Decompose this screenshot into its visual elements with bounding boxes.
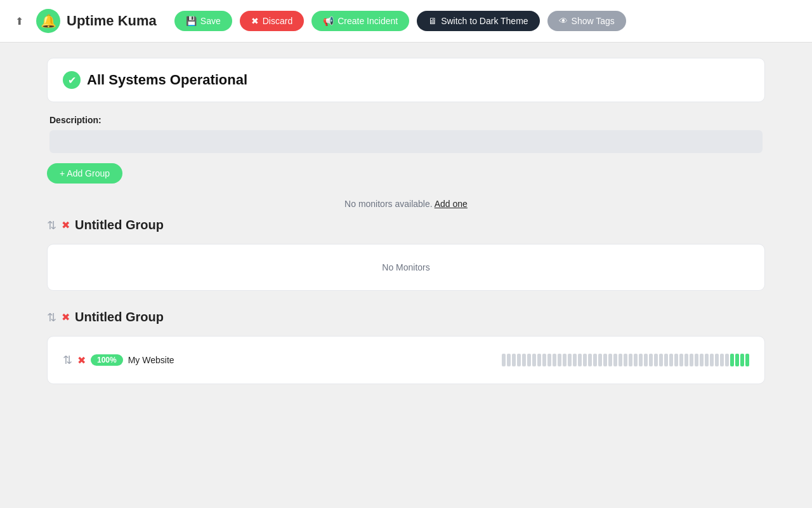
group-2-header: ⇅ ✖ Untitled Group [47, 304, 765, 331]
save-button[interactable]: 💾 Save [174, 11, 232, 31]
add-group-button[interactable]: + Add Group [47, 163, 122, 184]
bar [558, 354, 561, 366]
group-1-name: Untitled Group [75, 218, 164, 232]
status-card: ✔ All Systems Operational [47, 58, 765, 102]
bar [512, 354, 516, 366]
bar [598, 354, 602, 366]
top-bar: ⬆ 🔔 Uptime Kuma 💾 Save ✖ Discard 📢 Creat… [0, 0, 812, 43]
dark-theme-button[interactable]: 🖥 Switch to Dark Theme [417, 11, 539, 31]
app-title: Uptime Kuma [67, 13, 157, 29]
delete-icon-group-2[interactable]: ✖ [62, 311, 70, 323]
monitor-name: My Website [128, 355, 174, 365]
group-2-box: ⇅ ✖ 100% My Website [47, 336, 765, 384]
show-tags-button[interactable]: 👁 Show Tags [547, 11, 626, 31]
bar [568, 354, 572, 366]
bar [578, 354, 582, 366]
group-1-no-monitors: No Monitors [63, 257, 749, 277]
bar [669, 354, 673, 366]
uptime-bars [502, 354, 749, 366]
description-section: Description: [47, 115, 765, 153]
status-title: All Systems Operational [87, 72, 247, 88]
megaphone-icon: 📢 [323, 16, 334, 26]
bar [715, 354, 719, 366]
bar [542, 354, 546, 366]
bar [644, 354, 648, 366]
create-incident-button[interactable]: 📢 Create Incident [311, 11, 409, 31]
bar [588, 354, 592, 366]
uptime-badge: 100% [91, 354, 123, 366]
group-1-box: No Monitors [47, 244, 765, 291]
bar-green [745, 354, 749, 366]
bar [573, 354, 577, 366]
drag-icon-monitor[interactable]: ⇅ [63, 353, 72, 367]
bar [649, 354, 653, 366]
bar [720, 354, 724, 366]
discard-icon: ✖ [251, 16, 259, 26]
bar [690, 354, 693, 366]
add-one-link[interactable]: Add one [435, 199, 468, 209]
bar [527, 354, 531, 366]
description-label: Description: [49, 115, 763, 125]
bar [563, 354, 566, 366]
group-2-name: Untitled Group [75, 310, 164, 324]
bar [593, 354, 597, 366]
no-monitors-available: No monitors available. Add one [47, 194, 765, 211]
drag-icon-group-1[interactable]: ⇅ [47, 218, 56, 232]
status-header: ✔ All Systems Operational [63, 71, 749, 89]
delete-icon-group-1[interactable]: ✖ [62, 219, 70, 231]
bar [639, 354, 643, 366]
monitor-row: ⇅ ✖ 100% My Website [63, 349, 749, 371]
bar [537, 354, 541, 366]
bar [553, 354, 556, 366]
bar [629, 354, 632, 366]
bar [603, 354, 607, 366]
group-1: ⇅ ✖ Untitled Group No Monitors [47, 211, 765, 291]
bar [502, 354, 506, 366]
bar [700, 354, 704, 366]
group-2: ⇅ ✖ Untitled Group ⇅ ✖ 100% My Website [47, 304, 765, 384]
bar [507, 354, 511, 366]
bar [547, 354, 551, 366]
bar [674, 354, 678, 366]
save-icon: 💾 [186, 16, 197, 26]
bar [608, 354, 612, 366]
bar [664, 354, 668, 366]
bar [624, 354, 627, 366]
logo-area: 🔔 Uptime Kuma [36, 9, 157, 33]
drag-icon-group-2[interactable]: ⇅ [47, 311, 56, 324]
eye-icon: 👁 [559, 16, 568, 26]
delete-icon-monitor[interactable]: ✖ [77, 354, 86, 366]
bar [522, 354, 526, 366]
bar-green [740, 354, 744, 366]
group-1-header: ⇅ ✖ Untitled Group [47, 211, 765, 239]
bar [634, 354, 638, 366]
description-input[interactable] [49, 130, 763, 153]
status-icon: ✔ [63, 71, 81, 89]
logo-icon: 🔔 [36, 9, 60, 33]
bar [619, 354, 622, 366]
main-content: ✔ All Systems Operational Description: +… [32, 58, 780, 384]
bar [659, 354, 663, 366]
bar-green [735, 354, 739, 366]
bar [710, 354, 714, 366]
upload-icon[interactable]: ⬆ [15, 15, 23, 27]
bar [679, 354, 683, 366]
bar [725, 354, 729, 366]
bar [613, 354, 617, 366]
bar-green [730, 354, 734, 366]
discard-button[interactable]: ✖ Discard [240, 11, 304, 31]
bar [654, 354, 658, 366]
bar [695, 354, 698, 366]
bar [532, 354, 536, 366]
bar [684, 354, 688, 366]
theme-icon: 🖥 [428, 16, 437, 26]
bar [517, 354, 521, 366]
bar [583, 354, 587, 366]
bar [705, 354, 709, 366]
